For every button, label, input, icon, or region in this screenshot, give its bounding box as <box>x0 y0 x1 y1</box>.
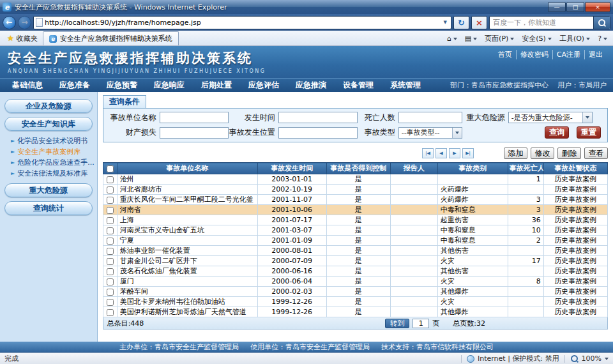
hazard-select[interactable]: -是否为重大危险源- <box>508 112 593 123</box>
nav-item[interactable]: 应急准备 <box>51 80 98 91</box>
browser-titlebar[interactable]: e 安全生产应急救援指挥辅助决策系统 - Windows Internet Ex… <box>0 0 613 14</box>
address-field[interactable]: ▼ <box>33 16 451 29</box>
occur-time-input[interactable] <box>278 112 358 123</box>
table-row[interactable]: 沧州 2003-01-01 是 1 历史事故案例 <box>103 174 607 185</box>
table-row[interactable]: 宁夏 2001-01-09 是 中毒和窒息 2 历史事故案例 <box>103 236 607 246</box>
table-row[interactable]: 美国北卡罗来纳州韦往伯勒加油站 1999-12-26 是 火灾 历史事故案例 <box>103 297 607 307</box>
browser-menu-item[interactable]: ? <box>594 32 611 45</box>
sidebar-link[interactable]: ► 安全法律法规及标准库 <box>11 168 95 179</box>
table-row[interactable]: 厦门 2000-06-04 是 火灾 8 历史事故案例 <box>103 277 607 287</box>
minimize-button[interactable]: — <box>548 2 566 12</box>
sidebar-link[interactable]: ► 化学品安全技术说明书 <box>11 135 95 146</box>
refresh-button[interactable]: ↻ <box>453 16 469 29</box>
nav-item[interactable]: 基础信息 <box>4 80 51 91</box>
location-input[interactable] <box>278 127 358 139</box>
cell-date: 2000-07-09 <box>257 256 326 266</box>
cell-controlled: 是 <box>326 307 390 317</box>
search-input[interactable] <box>490 19 593 27</box>
nav-item[interactable]: 应急评估 <box>240 80 287 91</box>
nav-item[interactable]: 设备管理 <box>335 80 382 91</box>
add-button[interactable]: 添加 <box>504 148 527 159</box>
row-checkbox[interactable] <box>107 278 114 285</box>
chevron-down-icon <box>605 358 609 362</box>
goto-page-button[interactable]: 转到 <box>385 319 409 328</box>
url-input[interactable] <box>45 19 440 27</box>
reset-button[interactable]: 重置 <box>577 126 601 139</box>
zoom-control[interactable]: 100% <box>570 354 609 363</box>
row-checkbox[interactable] <box>107 217 114 224</box>
deaths-input[interactable] <box>398 112 462 123</box>
row-checkbox[interactable] <box>107 227 114 234</box>
close-button[interactable]: × <box>585 2 610 12</box>
row-checkbox[interactable] <box>107 176 114 183</box>
header-link[interactable]: 修改密码 <box>516 50 552 59</box>
sidebar-group-stats[interactable]: 查询统计 <box>4 201 93 215</box>
edit-button[interactable]: 修改 <box>531 148 554 159</box>
table-row[interactable]: 河南省 2001-10-06 是 中毒和窒息 3 历史事故案例 <box>103 205 607 215</box>
nav-item[interactable]: 应急预警 <box>98 80 146 91</box>
sidebar-link[interactable]: ► 危险化学品应急速查手... <box>11 157 95 168</box>
back-button[interactable]: ← <box>3 16 16 29</box>
row-checkbox[interactable] <box>107 309 114 316</box>
header-link[interactable]: 退出 <box>584 50 607 59</box>
table-row[interactable]: 上海 2001-07-17 是 起重伤害 36 历史事故案例 <box>103 215 607 225</box>
type-select[interactable]: --事故类型-- <box>398 127 462 139</box>
prev-page-button[interactable]: ◀ <box>435 148 447 158</box>
hazard-select-value: -是否为重大危险源- <box>511 113 573 123</box>
first-page-button[interactable]: |◀ <box>422 148 434 158</box>
nav-item[interactable]: 后期处置 <box>193 80 240 91</box>
print-button[interactable]: ▤ <box>461 32 481 45</box>
table-row[interactable]: 炼油事业部一催化装置 2000-08-01 是 其他伤害 历史事故案例 <box>103 246 607 256</box>
sidebar-group-hazard[interactable]: 重大危险源 <box>4 183 93 197</box>
row-checkbox[interactable] <box>107 248 114 255</box>
forward-button[interactable]: → <box>18 16 31 29</box>
row-checkbox[interactable] <box>107 268 114 275</box>
browser-tab[interactable]: e 安全生产应急救援指挥辅助决策系统 <box>43 31 179 45</box>
home-button[interactable]: ⌂ <box>443 32 461 45</box>
row-checkbox[interactable] <box>107 299 114 306</box>
table-row[interactable]: 重庆长风化一车间二苯甲酮工段二号光化釜 2001-11-07 是 火药爆炸 3 … <box>103 195 607 205</box>
nav-item[interactable]: 应急响应 <box>146 80 193 91</box>
browser-menu-item[interactable]: 工具(O) <box>556 32 594 45</box>
table-row[interactable]: 美国伊利诺斯州芝加哥炼油厂天然气管道 1999-12-26 是 其他爆炸 历史事… <box>103 307 607 317</box>
maximize-button[interactable]: □ <box>566 2 584 12</box>
next-page-button[interactable]: ▶ <box>449 148 460 158</box>
goto-page-input[interactable] <box>412 319 429 328</box>
stop-button[interactable]: × <box>471 16 487 29</box>
select-dropdown-button[interactable] <box>452 128 462 138</box>
address-dropdown-icon[interactable]: ▼ <box>442 20 449 25</box>
browser-menu-item[interactable]: 页面(P) <box>481 32 518 45</box>
table-row[interactable]: 河南灵宝市义寺山金矿五坑 2001-03-07 是 中毒和窒息 10 历史事故案… <box>103 225 607 236</box>
nav-item[interactable]: 应急推演 <box>287 80 335 91</box>
department-label: 部门：青岛市应急救援指挥中心 <box>450 80 549 90</box>
search-submit-button[interactable]: 查询 <box>545 126 569 139</box>
sidebar-group-knowledge[interactable]: 安全生产知识库 <box>4 117 93 131</box>
header-link[interactable]: 首页 <box>494 50 516 59</box>
row-checkbox[interactable] <box>107 186 114 193</box>
table-row[interactable]: 茂名石化炼油厂焦化装置 2000-06-16 是 其他伤害 历史事故案例 <box>103 266 607 277</box>
row-checkbox[interactable] <box>107 289 114 296</box>
row-checkbox[interactable] <box>107 197 114 204</box>
loss-input[interactable] <box>160 127 229 139</box>
select-dropdown-button[interactable] <box>582 112 592 123</box>
table-row[interactable]: 苯酚车间 2000-02-03 是 其他爆炸 历史事故案例 <box>103 287 607 297</box>
sidebar-group-enterprise[interactable]: 企业及危险源 <box>4 99 93 113</box>
view-button[interactable]: 查看 <box>584 148 608 159</box>
last-page-button[interactable]: ▶| <box>462 148 474 158</box>
select-all-checkbox[interactable] <box>107 165 114 172</box>
favorites-button[interactable]: ★ 收藏夹 <box>2 31 43 45</box>
search-button[interactable] <box>593 17 610 29</box>
table-row[interactable]: 甘肃金川公司二矿区井下 2000-07-09 是 火灾 17 历史事故案例 <box>103 256 607 266</box>
table-row[interactable]: 河北省廊坊市 2002-10-19 是 火药爆炸 历史事故案例 <box>103 185 607 195</box>
nav-item[interactable]: 系统管理 <box>382 80 429 91</box>
cell-unit-name: 河北省廊坊市 <box>117 185 257 195</box>
sidebar-link[interactable]: ► 安全生产事故案例库 <box>11 146 95 157</box>
row-checkbox[interactable] <box>107 258 114 265</box>
unit-name-input[interactable] <box>160 112 229 123</box>
browser-menu-item[interactable]: 安全(S) <box>518 32 556 45</box>
delete-button[interactable]: 删除 <box>557 148 581 159</box>
header-link[interactable]: CA注册 <box>552 50 584 59</box>
row-checkbox[interactable] <box>107 207 114 214</box>
row-checkbox[interactable] <box>107 238 114 245</box>
cell-category: 其他爆炸 <box>437 287 508 297</box>
